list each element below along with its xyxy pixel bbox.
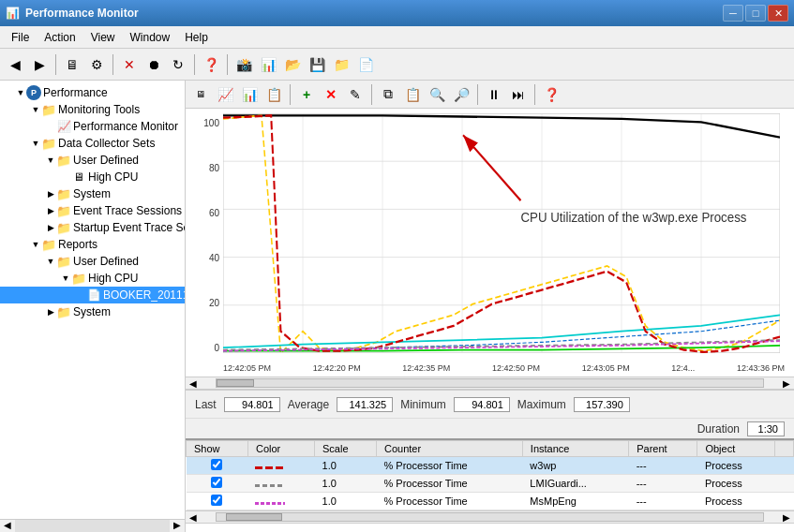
folder-icon: 📁: [41, 136, 56, 151]
checkbox-3[interactable]: [211, 495, 222, 506]
scroll-left-btn[interactable]: ◀: [186, 378, 201, 389]
show-checkbox-1[interactable]: [187, 457, 248, 475]
scroll-right-btn[interactable]: ▶: [779, 378, 794, 389]
color-cell-2: [247, 475, 314, 493]
back-button[interactable]: ◀: [4, 53, 26, 76]
title-bar-left: 📊 Performance Monitor: [6, 7, 139, 20]
extra-cell-3: [775, 493, 794, 510]
expand-arrow: ▼: [30, 105, 41, 114]
chart-scrollbar[interactable]: ◀ ▶: [186, 377, 794, 390]
tree-data-collector-sets[interactable]: ▼ 📁 Data Collector Sets: [0, 135, 185, 152]
folder-icon: 📁: [56, 153, 71, 168]
folder-button[interactable]: 📁: [330, 53, 352, 76]
save-button[interactable]: 💾: [306, 53, 328, 76]
menu-file[interactable]: File: [4, 29, 37, 46]
folder-icon: 📁: [56, 203, 71, 218]
tree-startup-event-trace[interactable]: ▶ 📁 Startup Event Trace Ses...: [0, 219, 185, 236]
table-scrollbar[interactable]: ◀ ▶: [186, 510, 794, 524]
show-checkbox-3[interactable]: [187, 493, 248, 510]
menu-window[interactable]: Window: [123, 29, 178, 46]
startup-event-label: Startup Event Trace Ses...: [71, 221, 186, 234]
step-button[interactable]: ⏭: [507, 83, 530, 106]
refresh-button[interactable]: ↻: [167, 53, 189, 76]
view-toggle[interactable]: 🖥: [189, 83, 212, 106]
tree-system-1[interactable]: ▶ 📁 System: [0, 185, 185, 202]
counter-cell-3: % Processor Time: [376, 493, 522, 510]
show-checkbox-2[interactable]: [187, 475, 248, 493]
tree-system-2[interactable]: ▶ 📁 System: [0, 303, 185, 320]
forward-button[interactable]: ▶: [28, 53, 51, 76]
show-tree-button[interactable]: 🖥: [61, 53, 83, 76]
delete-counter-button[interactable]: ✕: [320, 83, 342, 106]
freeze-button[interactable]: ⏸: [483, 83, 505, 106]
help-button[interactable]: ❓: [200, 53, 222, 76]
system-2-label: System: [71, 305, 111, 318]
minimize-button[interactable]: ─: [723, 5, 743, 22]
left-scrollbar[interactable]: ◀ ▶: [0, 519, 185, 532]
delete-button[interactable]: ✕: [118, 53, 141, 76]
tree-user-defined-2[interactable]: ▼ 📁 User Defined: [0, 253, 185, 270]
table-scroll-track[interactable]: [216, 512, 764, 522]
expand-arrow: ▶: [45, 206, 56, 215]
close-button[interactable]: ✕: [768, 5, 788, 22]
toolbar-sep: [290, 84, 291, 105]
table-row[interactable]: 1.0 % Processor Time w3wp --- Process: [187, 457, 794, 475]
parent-cell-3: ---: [629, 493, 697, 510]
scroll-thumb[interactable]: [217, 379, 254, 387]
checkbox-2[interactable]: [211, 477, 222, 488]
tree-root-item[interactable]: ▼ P Performance: [0, 84, 185, 101]
histogram-button[interactable]: 📊: [238, 83, 261, 106]
open-button[interactable]: 📂: [281, 53, 304, 76]
scroll-track[interactable]: [15, 520, 170, 532]
snapshot-button[interactable]: 📸: [232, 53, 255, 76]
minimum-value: 94.801: [454, 397, 510, 412]
y-label-0: 0: [186, 343, 219, 353]
counter-cell-1: % Processor Time: [376, 457, 522, 475]
x-label-3: 12:42:35 PM: [402, 363, 450, 373]
scroll-right[interactable]: ▶: [170, 520, 185, 532]
line-chart-button[interactable]: 📈: [214, 83, 236, 106]
table-scroll-left[interactable]: ◀: [186, 512, 201, 523]
table-scroll-right[interactable]: ▶: [779, 512, 794, 523]
tree-high-cpu-2[interactable]: ▼ 📁 High CPU: [0, 270, 185, 287]
menu-action[interactable]: Action: [37, 29, 82, 46]
expand-arrow: ▶: [45, 189, 56, 199]
tree-monitoring-tools[interactable]: ▼ 📁 Monitoring Tools: [0, 101, 185, 118]
table-row[interactable]: 1.0 % Processor Time MsMpEng --- Process: [187, 493, 794, 510]
copy-object-button[interactable]: ⧉: [377, 83, 399, 106]
maximize-button[interactable]: □: [745, 5, 766, 22]
tree-root: ▼ P Performance ▼ 📁 Monitoring Tools: [0, 81, 185, 324]
chart-button[interactable]: 📊: [257, 53, 279, 76]
zoom-button[interactable]: 🔎: [450, 83, 472, 106]
high-cpu-2-label: High CPU: [86, 272, 138, 285]
highlight-button[interactable]: 🔍: [426, 83, 448, 106]
left-panel: ▼ P Performance ▼ 📁 Monitoring Tools: [0, 81, 186, 519]
table-row[interactable]: 1.0 % Processor Time LMIGuardi... --- Pr…: [187, 475, 794, 493]
folder-icon: 📁: [56, 186, 71, 201]
average-value: 141.325: [337, 397, 393, 412]
scroll-track[interactable]: [216, 378, 764, 388]
tree-performance-monitor[interactable]: 📈 Performance Monitor: [0, 118, 185, 135]
checkbox-1[interactable]: [211, 459, 222, 470]
edit-counter-button[interactable]: ✎: [344, 83, 367, 106]
report-button[interactable]: 📋: [262, 83, 285, 106]
folder-icon: 📁: [41, 237, 56, 252]
tree-event-trace[interactable]: ▶ 📁 Event Trace Sessions: [0, 202, 185, 219]
help-graph-button[interactable]: ❓: [540, 83, 562, 106]
table-scroll-thumb[interactable]: [226, 513, 282, 521]
paste-object-button[interactable]: 📋: [401, 83, 424, 106]
col-object: Object: [697, 441, 775, 457]
minimum-label: Minimum: [400, 398, 446, 411]
tree-reports[interactable]: ▼ 📁 Reports: [0, 236, 185, 253]
menu-view[interactable]: View: [83, 29, 123, 46]
x-label-5: 12:43:05 PM: [582, 363, 630, 373]
add-counter-button[interactable]: +: [295, 83, 318, 106]
menu-help[interactable]: Help: [177, 29, 216, 46]
record-button[interactable]: ⏺: [142, 53, 165, 76]
properties-button[interactable]: ⚙: [85, 53, 108, 76]
scroll-left[interactable]: ◀: [0, 520, 15, 532]
tree-user-defined-1[interactable]: ▼ 📁 User Defined: [0, 152, 185, 169]
tree-booker[interactable]: 📄 BOOKER_20111...: [0, 287, 185, 303]
tree-high-cpu-1[interactable]: 🖥 High CPU: [0, 169, 185, 185]
script-button[interactable]: 📄: [354, 53, 377, 76]
